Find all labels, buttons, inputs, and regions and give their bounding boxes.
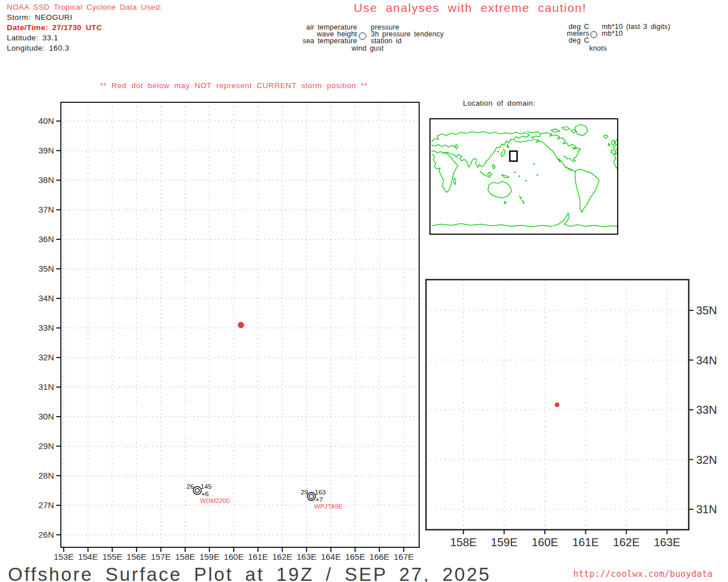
storm-position-dot [238, 322, 244, 328]
y-tick-label: 30N [38, 411, 54, 421]
x-tick-label: 159E [491, 536, 518, 548]
x-tick-label: 162E [272, 552, 292, 562]
station-pressure: 145 [201, 483, 212, 490]
y-tick-label: 35N [696, 304, 717, 317]
station-model: 29163+7WPJTA9E [301, 489, 343, 510]
x-tick-label: 161E [248, 552, 268, 562]
x-tick-label: 160E [224, 552, 243, 562]
main-surface-plot: 153E154E155E156E157E158E159E160E161E162E… [17, 97, 427, 568]
x-tick-label: 153E [53, 552, 73, 562]
station-model: 26145+6WDM2200 [187, 483, 230, 504]
y-tick-label: 38N [38, 175, 54, 185]
y-tick-label: 31N [696, 503, 717, 516]
station-id: WPJTA9E [315, 503, 343, 510]
station-circle-icon [359, 32, 366, 40]
y-tick-label: 34N [38, 293, 54, 303]
x-tick-label: 163E [296, 552, 316, 562]
inset-map-title: Location of domain: [463, 99, 535, 107]
storm-position-dot [555, 402, 559, 407]
storm-position-warning: ** Red dot below may NOT represent CURRE… [100, 81, 367, 90]
y-tick-label: 33N [38, 323, 54, 332]
y-tick-label: 39N [38, 146, 54, 155]
y-tick-label: 28N [38, 471, 54, 480]
y-tick-label: 33N [696, 404, 717, 416]
y-tick-label: 31N [38, 382, 54, 392]
y-tick-label: 40N [38, 116, 54, 126]
x-tick-label: 162E [613, 536, 640, 548]
y-tick-label: 35N [38, 264, 54, 273]
x-tick-label: 163E [653, 536, 680, 548]
x-tick-label: 154E [78, 552, 98, 562]
units-gust: knots [589, 44, 607, 52]
x-tick-label: 164E [321, 552, 341, 562]
storm-latitude-line: Latitude: 33.1 [7, 34, 58, 42]
x-tick-label: 161E [572, 536, 599, 548]
world-map [431, 119, 617, 234]
x-tick-label: 155E [102, 552, 122, 562]
legend-wind-gust: wind gust [351, 44, 384, 52]
x-tick-label: 160E [532, 536, 559, 548]
y-tick-label: 26N [38, 530, 54, 539]
units-tendency: mb*10 [602, 30, 623, 38]
x-tick-label: 166E [370, 552, 390, 562]
units-sea-temp: deg C [535, 36, 589, 44]
x-tick-label: 167E [394, 552, 413, 562]
y-tick-label: 27N [38, 500, 54, 510]
domain-rectangle [510, 151, 517, 161]
storm-data-source-line: NOAA SSD Tropical Cyclone Data Used: [7, 3, 162, 11]
x-tick-label: 158E [175, 552, 195, 562]
station-pressure: 163 [315, 489, 326, 496]
caution-title: Use analyses with extreme caution! [354, 1, 586, 15]
station-circle-icon [193, 487, 201, 494]
world-map-inset [429, 118, 618, 235]
station-air-temp: 26 [187, 483, 194, 490]
storm-name-line: Storm: NEOGURI [7, 13, 72, 22]
station-id: WDM2200 [200, 497, 230, 504]
buoy-plot-page: NOAA SSD Tropical Cyclone Data Used: Sto… [0, 0, 728, 582]
y-tick-label: 32N [38, 352, 54, 362]
x-tick-label: 159E [200, 552, 220, 562]
station-pressure-tendency: +6 [201, 490, 209, 497]
station-pressure-tendency: +7 [316, 496, 323, 503]
zoomed-domain-plot: 158E159E160E161E162E163E35N34N33N32N31N [421, 274, 728, 569]
coastlines [432, 124, 617, 227]
x-tick-label: 165E [345, 552, 365, 562]
x-tick-label: 158E [450, 536, 477, 548]
y-tick-label: 32N [696, 454, 717, 466]
source-url: http://coolwx.com/buoydata [573, 569, 713, 579]
y-tick-label: 34N [696, 354, 717, 367]
x-tick-label: 156E [127, 552, 147, 562]
station-air-temp: 29 [301, 489, 308, 496]
y-tick-label: 29N [38, 441, 54, 451]
x-tick-label: 157E [151, 552, 171, 562]
station-circle-icon [308, 492, 316, 500]
y-tick-label: 36N [38, 234, 54, 244]
legend-sea-temperature: sea temperature [245, 37, 357, 45]
legend-station-id: station id [371, 37, 402, 45]
page-title: Offshore Surface Plot at 19Z / SEP 27, 2… [8, 564, 491, 582]
storm-datetime-line: Date/Time: 27/1730 UTC [7, 23, 102, 32]
storm-longitude-line: Longitude: 160.3 [7, 44, 69, 52]
station-circle-icon [590, 31, 597, 38]
y-tick-label: 37N [38, 205, 54, 214]
